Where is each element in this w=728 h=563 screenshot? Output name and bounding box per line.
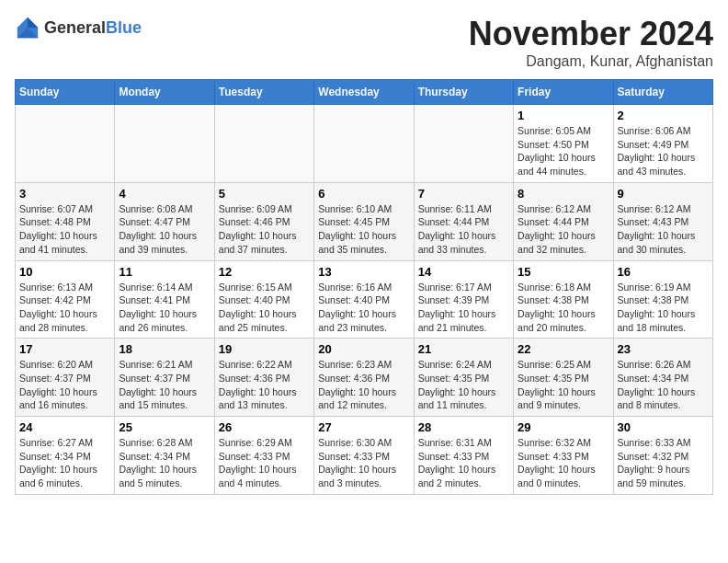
day-number: 28	[418, 420, 509, 434]
calendar-cell: 27Sunrise: 6:30 AM Sunset: 4:33 PM Dayli…	[314, 417, 414, 495]
day-number: 25	[119, 420, 210, 434]
calendar-cell: 23Sunrise: 6:26 AM Sunset: 4:34 PM Dayli…	[613, 339, 712, 417]
calendar-cell: 3Sunrise: 6:07 AM Sunset: 4:48 PM Daylig…	[16, 182, 115, 260]
day-info: Sunrise: 6:25 AM Sunset: 4:35 PM Dayligh…	[518, 358, 609, 412]
day-number: 9	[618, 187, 709, 201]
calendar-cell: 17Sunrise: 6:20 AM Sunset: 4:37 PM Dayli…	[16, 339, 115, 417]
calendar-week-2: 3Sunrise: 6:07 AM Sunset: 4:48 PM Daylig…	[16, 182, 713, 260]
calendar-cell: 21Sunrise: 6:24 AM Sunset: 4:35 PM Dayli…	[414, 339, 513, 417]
day-number: 18	[119, 342, 210, 356]
day-info: Sunrise: 6:32 AM Sunset: 4:33 PM Dayligh…	[518, 436, 609, 490]
calendar-cell	[115, 105, 214, 183]
calendar-cell	[314, 105, 414, 183]
day-info: Sunrise: 6:15 AM Sunset: 4:40 PM Dayligh…	[219, 281, 310, 335]
page-header: GeneralBlue November 2024 Dangam, Kunar,…	[15, 15, 713, 70]
calendar-cell: 24Sunrise: 6:27 AM Sunset: 4:34 PM Dayli…	[16, 417, 115, 495]
day-number: 15	[518, 265, 609, 279]
calendar-table: SundayMondayTuesdayWednesdayThursdayFrid…	[15, 79, 713, 495]
day-number: 22	[518, 342, 609, 356]
calendar-cell: 30Sunrise: 6:33 AM Sunset: 4:32 PM Dayli…	[613, 417, 712, 495]
calendar-cell: 28Sunrise: 6:31 AM Sunset: 4:33 PM Dayli…	[414, 417, 513, 495]
day-number: 13	[318, 265, 409, 279]
day-number: 21	[418, 342, 509, 356]
calendar-cell: 22Sunrise: 6:25 AM Sunset: 4:35 PM Dayli…	[514, 339, 613, 417]
title-block: November 2024 Dangam, Kunar, Afghanistan	[469, 15, 713, 70]
calendar-cell: 6Sunrise: 6:10 AM Sunset: 4:45 PM Daylig…	[314, 182, 414, 260]
day-number: 29	[518, 420, 609, 434]
logo: GeneralBlue	[15, 15, 142, 40]
calendar-cell: 26Sunrise: 6:29 AM Sunset: 4:33 PM Dayli…	[214, 417, 313, 495]
weekday-header-monday: Monday	[115, 80, 214, 105]
day-number: 10	[19, 265, 110, 279]
day-info: Sunrise: 6:29 AM Sunset: 4:33 PM Dayligh…	[219, 436, 310, 490]
day-info: Sunrise: 6:11 AM Sunset: 4:44 PM Dayligh…	[418, 202, 509, 257]
calendar-cell: 8Sunrise: 6:12 AM Sunset: 4:44 PM Daylig…	[514, 182, 613, 260]
location-title: Dangam, Kunar, Afghanistan	[469, 53, 713, 70]
calendar-cell: 16Sunrise: 6:19 AM Sunset: 4:38 PM Dayli…	[613, 260, 712, 339]
day-number: 12	[219, 265, 310, 279]
weekday-header-sunday: Sunday	[16, 80, 115, 105]
day-number: 17	[19, 342, 110, 356]
day-info: Sunrise: 6:09 AM Sunset: 4:46 PM Dayligh…	[219, 202, 310, 257]
logo-text: GeneralBlue	[44, 18, 142, 38]
day-number: 23	[618, 342, 709, 356]
day-info: Sunrise: 6:33 AM Sunset: 4:32 PM Dayligh…	[618, 436, 709, 490]
logo-icon	[15, 15, 40, 40]
day-number: 11	[119, 265, 210, 279]
day-info: Sunrise: 6:22 AM Sunset: 4:36 PM Dayligh…	[219, 358, 310, 412]
day-info: Sunrise: 6:17 AM Sunset: 4:39 PM Dayligh…	[418, 281, 509, 335]
calendar-cell: 13Sunrise: 6:16 AM Sunset: 4:40 PM Dayli…	[314, 260, 414, 339]
calendar-cell: 25Sunrise: 6:28 AM Sunset: 4:34 PM Dayli…	[115, 417, 214, 495]
calendar-cell: 1Sunrise: 6:05 AM Sunset: 4:50 PM Daylig…	[514, 105, 613, 183]
calendar-week-5: 24Sunrise: 6:27 AM Sunset: 4:34 PM Dayli…	[16, 417, 713, 495]
day-number: 4	[119, 187, 210, 201]
day-number: 26	[219, 420, 310, 434]
day-info: Sunrise: 6:16 AM Sunset: 4:40 PM Dayligh…	[318, 281, 409, 335]
calendar-week-4: 17Sunrise: 6:20 AM Sunset: 4:37 PM Dayli…	[16, 339, 713, 417]
day-number: 19	[219, 342, 310, 356]
calendar-cell: 18Sunrise: 6:21 AM Sunset: 4:37 PM Dayli…	[115, 339, 214, 417]
day-info: Sunrise: 6:31 AM Sunset: 4:33 PM Dayligh…	[418, 436, 509, 490]
calendar-cell: 9Sunrise: 6:12 AM Sunset: 4:43 PM Daylig…	[613, 182, 712, 260]
day-info: Sunrise: 6:08 AM Sunset: 4:47 PM Dayligh…	[119, 202, 210, 257]
day-info: Sunrise: 6:12 AM Sunset: 4:43 PM Dayligh…	[618, 202, 709, 257]
calendar-cell	[414, 105, 513, 183]
calendar-cell: 10Sunrise: 6:13 AM Sunset: 4:42 PM Dayli…	[16, 260, 115, 339]
day-number: 14	[418, 265, 509, 279]
weekday-header-thursday: Thursday	[414, 80, 513, 105]
day-info: Sunrise: 6:28 AM Sunset: 4:34 PM Dayligh…	[119, 436, 210, 490]
calendar-week-1: 1Sunrise: 6:05 AM Sunset: 4:50 PM Daylig…	[16, 105, 713, 183]
calendar-cell: 14Sunrise: 6:17 AM Sunset: 4:39 PM Dayli…	[414, 260, 513, 339]
day-info: Sunrise: 6:05 AM Sunset: 4:50 PM Dayligh…	[518, 124, 609, 178]
calendar-cell: 12Sunrise: 6:15 AM Sunset: 4:40 PM Dayli…	[214, 260, 313, 339]
day-info: Sunrise: 6:14 AM Sunset: 4:41 PM Dayligh…	[119, 281, 210, 335]
weekday-header-saturday: Saturday	[613, 80, 712, 105]
calendar-cell: 4Sunrise: 6:08 AM Sunset: 4:47 PM Daylig…	[115, 182, 214, 260]
calendar-week-3: 10Sunrise: 6:13 AM Sunset: 4:42 PM Dayli…	[16, 260, 713, 339]
svg-marker-1	[28, 17, 38, 28]
calendar-cell: 29Sunrise: 6:32 AM Sunset: 4:33 PM Dayli…	[514, 417, 613, 495]
day-info: Sunrise: 6:12 AM Sunset: 4:44 PM Dayligh…	[518, 202, 609, 257]
calendar-cell: 11Sunrise: 6:14 AM Sunset: 4:41 PM Dayli…	[115, 260, 214, 339]
day-info: Sunrise: 6:24 AM Sunset: 4:35 PM Dayligh…	[418, 358, 509, 412]
day-number: 7	[418, 187, 509, 201]
calendar-cell: 20Sunrise: 6:23 AM Sunset: 4:36 PM Dayli…	[314, 339, 414, 417]
calendar-cell	[16, 105, 115, 183]
day-number: 27	[318, 420, 409, 434]
day-info: Sunrise: 6:21 AM Sunset: 4:37 PM Dayligh…	[119, 358, 210, 412]
day-info: Sunrise: 6:26 AM Sunset: 4:34 PM Dayligh…	[618, 358, 709, 412]
day-info: Sunrise: 6:13 AM Sunset: 4:42 PM Dayligh…	[19, 281, 110, 335]
calendar-cell: 7Sunrise: 6:11 AM Sunset: 4:44 PM Daylig…	[414, 182, 513, 260]
day-info: Sunrise: 6:27 AM Sunset: 4:34 PM Dayligh…	[19, 436, 110, 490]
calendar-cell: 19Sunrise: 6:22 AM Sunset: 4:36 PM Dayli…	[214, 339, 313, 417]
day-info: Sunrise: 6:19 AM Sunset: 4:38 PM Dayligh…	[618, 281, 709, 335]
month-title: November 2024	[469, 15, 713, 53]
day-info: Sunrise: 6:30 AM Sunset: 4:33 PM Dayligh…	[318, 436, 409, 490]
calendar-cell: 5Sunrise: 6:09 AM Sunset: 4:46 PM Daylig…	[214, 182, 313, 260]
weekday-header-tuesday: Tuesday	[214, 80, 313, 105]
day-info: Sunrise: 6:20 AM Sunset: 4:37 PM Dayligh…	[19, 358, 110, 412]
day-info: Sunrise: 6:06 AM Sunset: 4:49 PM Dayligh…	[618, 124, 709, 178]
day-number: 1	[518, 109, 609, 122]
day-number: 5	[219, 187, 310, 201]
weekday-header-wednesday: Wednesday	[314, 80, 414, 105]
